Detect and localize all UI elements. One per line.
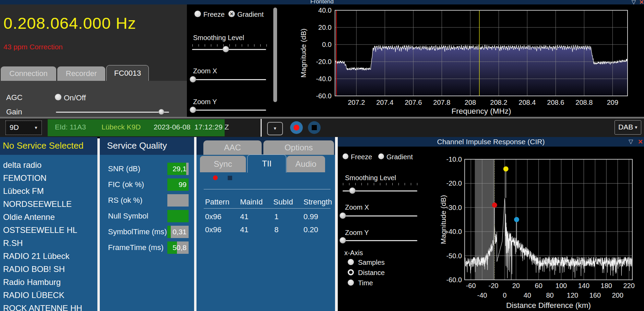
cir-zoomx-handle[interactable] <box>339 212 346 219</box>
xaxis-label-samples: Samples <box>358 259 385 266</box>
frontend-zoomx-track[interactable] <box>192 79 266 80</box>
quality-bar <box>167 210 189 222</box>
frontend-zoomy-handle[interactable] <box>190 107 196 113</box>
selected-service-label: No Service Selected <box>3 140 84 151</box>
frontend-smoothing-track[interactable] <box>192 49 266 50</box>
tii-column-header: Pattern <box>205 198 229 207</box>
cir-freeze-radio[interactable] <box>343 153 348 159</box>
cir-plot[interactable]: -10.0-20.0-30.0-40.0-50.0-60.0-60-202060… <box>441 147 644 311</box>
record-menu-button[interactable]: ▼ <box>267 122 283 135</box>
svg-text:Magnitude (dB): Magnitude (dB) <box>299 28 307 78</box>
service-item[interactable]: NORDSEEWELLE <box>0 198 97 211</box>
tii-tabs-layer: AACOptions SyncTIIAudio PatternMainIdSub… <box>196 137 335 311</box>
collapse-icon[interactable]: ▽ <box>629 138 633 145</box>
svg-text:-10.0: -10.0 <box>446 156 462 163</box>
tab-fc0013[interactable]: FC0013 <box>106 65 149 81</box>
frontend-zoomx-handle[interactable] <box>190 76 196 83</box>
channel-selector[interactable]: 9D ▼ <box>5 121 42 135</box>
quality-row-label: SymbolTime (ms) <box>108 227 167 236</box>
frontend-zoomy-track[interactable] <box>192 110 266 111</box>
service-item[interactable]: R.SH <box>0 237 97 250</box>
tab-audio[interactable]: Audio <box>287 156 325 172</box>
tii-column-header: Strength <box>303 198 332 207</box>
xaxis-radio-samples[interactable] <box>348 259 354 265</box>
service-item[interactable]: Radio Hamburg <box>0 276 97 289</box>
splitter-tii-cir[interactable] <box>335 137 338 311</box>
tab-connection[interactable]: Connection <box>1 66 56 81</box>
mode-selector[interactable]: DAB ▼ <box>615 120 641 135</box>
service-item[interactable]: delta radio <box>0 159 97 172</box>
quality-panel: SNR (dB) 29,1 FIC (ok %) 99 RS (ok %) Nu… <box>100 155 194 311</box>
status-bar: 9D ▼ EId: 11A3 Lübeck K9D 2023-06-08 17:… <box>0 119 644 137</box>
cir-window-title: Channel Impulse Response (CIR) <box>338 138 644 146</box>
xaxis-radio-distance[interactable] <box>348 269 354 275</box>
svg-text:207.6: 207.6 <box>405 99 422 106</box>
cir-zoomy-handle[interactable] <box>339 237 346 244</box>
agc-radio[interactable] <box>55 94 61 100</box>
tab-recorder[interactable]: Recorder <box>57 66 105 81</box>
mode-value: DAB <box>618 123 633 131</box>
frontend-smoothing-handle[interactable] <box>223 46 229 52</box>
gain-slider-handle[interactable] <box>158 109 164 115</box>
close-icon[interactable]: ✕ <box>638 138 643 146</box>
quality-row-label: Null Symbol <box>108 212 148 221</box>
tab-tii[interactable]: TII <box>247 154 286 173</box>
quality-value: 0,31 <box>172 226 187 238</box>
service-list-scrollbar[interactable] <box>97 138 100 311</box>
svg-text:140: 140 <box>578 282 589 289</box>
status-separator <box>261 119 262 137</box>
tab-options[interactable]: Options <box>263 140 334 155</box>
gain-label: Gain <box>6 108 22 116</box>
record-button[interactable] <box>290 121 303 134</box>
service-item[interactable]: RADIO 21 Lübeck <box>0 250 97 263</box>
frontend-gradient-checkbox[interactable]: ✕ <box>228 11 235 17</box>
xaxis-label-time: Time <box>358 279 373 287</box>
tii-cell: 8 <box>274 225 278 234</box>
service-item[interactable]: RADIO LÜBECK <box>0 289 97 302</box>
cir-titlebar[interactable]: Channel Impulse Response (CIR) ▽ ✕ <box>338 137 644 147</box>
record-icon <box>294 125 299 130</box>
cir-zoomx-label: Zoom X <box>345 203 369 211</box>
service-item[interactable]: OSTSEEWELLE HL <box>0 224 97 237</box>
svg-text:-30.0: -30.0 <box>446 204 462 211</box>
service-item[interactable]: RADIO BOB! SH <box>0 263 97 276</box>
gain-slider-track[interactable] <box>56 112 169 113</box>
stop-button[interactable] <box>308 121 321 134</box>
tii-cell: 0x96 <box>205 212 222 221</box>
frontend-spectrum-plot[interactable]: 40.020.00.0-20.0-40.0-60.0207.2207.4207.… <box>298 4 644 117</box>
xaxis-radio-time[interactable] <box>348 279 354 286</box>
cir-gradient-radio[interactable] <box>378 153 384 159</box>
service-item[interactable]: Oldie Antenne <box>0 211 97 224</box>
service-list[interactable]: delta radioFEMOTIONLübeck FMNORDSEEWELLE… <box>0 155 97 311</box>
svg-text:60: 60 <box>535 282 542 289</box>
close-icon[interactable]: ✕ <box>639 0 644 4</box>
tii-cell: 0.99 <box>303 212 318 221</box>
tuner-tab-content: AGC On/Off Gain <box>0 81 187 117</box>
tii-cell: 41 <box>240 212 248 221</box>
svg-text:207.4: 207.4 <box>376 99 393 106</box>
collapse-icon[interactable]: ▽ <box>632 0 636 4</box>
frontend-controls-scrollbar[interactable] <box>273 8 277 102</box>
cir-zoomx-track[interactable] <box>343 215 417 216</box>
tab-sync[interactable]: Sync <box>200 156 246 172</box>
service-item[interactable]: ROCK ANTENNE HH <box>0 302 97 311</box>
frontend-freeze-radio[interactable] <box>194 11 201 17</box>
splitter-quality-tii[interactable] <box>194 137 196 311</box>
service-item[interactable]: FEMOTION <box>0 172 97 185</box>
service-item[interactable]: Lübeck FM <box>0 185 97 198</box>
quality-value: 50,8 <box>172 241 187 254</box>
svg-text:209: 209 <box>607 99 618 106</box>
svg-text:20.0: 20.0 <box>318 24 332 31</box>
tuner-panel: 0.208.064.000 Hz 43 ppm Correction Conne… <box>0 4 187 117</box>
sync-status-square-icon <box>228 176 232 180</box>
svg-text:160: 160 <box>589 291 601 299</box>
frontend-titlebar[interactable]: Frontend ▽ ✕ <box>0 0 644 4</box>
chevron-down-icon: ▼ <box>634 125 638 130</box>
tab-aac[interactable]: AAC <box>203 140 262 155</box>
cir-smoothing-handle[interactable] <box>349 187 356 194</box>
svg-text:-60.0: -60.0 <box>446 276 462 284</box>
xaxis-label-distance: Distance <box>358 269 385 277</box>
tii-cell: 41 <box>240 225 248 234</box>
cir-zoomy-track[interactable] <box>343 240 417 241</box>
svg-text:220: 220 <box>623 282 634 289</box>
